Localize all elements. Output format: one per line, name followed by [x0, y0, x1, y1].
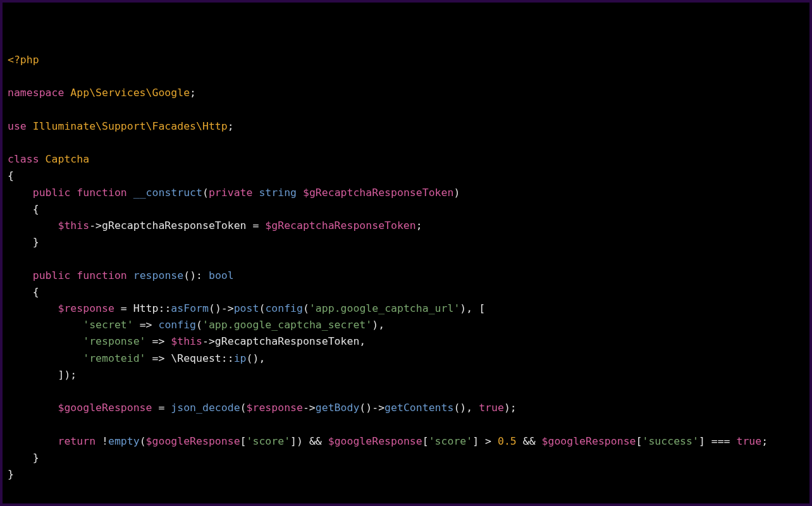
bool-type: bool — [209, 269, 234, 281]
double-colon: :: — [221, 352, 234, 364]
property-access: gRecaptchaResponseToken — [215, 335, 359, 347]
number-literal: 0.5 — [498, 435, 517, 447]
close-paren: ) — [460, 302, 466, 314]
namespace-path: App\Services\Google — [70, 87, 190, 99]
php-open-tag: <?php — [8, 54, 39, 66]
open-paren: ( — [202, 187, 209, 199]
open-paren: ( — [140, 435, 146, 447]
string-type: string — [259, 187, 297, 199]
true-literal: true — [479, 402, 504, 414]
string-literal: 'secret' — [83, 319, 133, 331]
http-class: Http — [133, 302, 159, 314]
comma: , — [259, 352, 265, 364]
comma: , — [466, 302, 472, 314]
close-brace: } — [33, 236, 39, 248]
equals-operator: = — [252, 219, 259, 231]
semicolon: ; — [70, 369, 77, 381]
empty-function: empty — [108, 435, 140, 447]
config-function: config — [158, 319, 196, 331]
response-variable: $response — [58, 302, 114, 314]
double-colon: :: — [158, 302, 171, 314]
string-literal: 'app.google_captcha_url' — [309, 302, 460, 314]
param-variable: $gRecaptchaResponseToken — [303, 187, 453, 199]
open-paren: ( — [359, 402, 366, 414]
function-keyword: function — [77, 187, 126, 199]
equals-operator: = — [158, 402, 164, 414]
asform-method: asForm — [171, 302, 209, 314]
this-variable: $this — [58, 219, 89, 231]
open-brace: { — [33, 203, 39, 215]
string-literal: 'success' — [642, 435, 698, 447]
string-literal: 'response' — [83, 335, 145, 347]
public-keyword: public — [33, 187, 71, 199]
use-keyword: use — [8, 120, 27, 132]
close-bracket: ] — [290, 435, 297, 447]
google-response-variable: $googleResponse — [58, 402, 152, 414]
variable: $gRecaptchaResponseToken — [265, 219, 415, 231]
comma: , — [378, 319, 384, 331]
equals-operator: = — [121, 302, 127, 314]
open-brace: { — [8, 170, 14, 182]
public-keyword: public — [33, 269, 71, 281]
and-operator: && — [309, 435, 322, 447]
open-bracket: [ — [240, 435, 247, 447]
string-literal: 'score' — [429, 435, 473, 447]
post-method: post — [234, 302, 259, 314]
and-operator: && — [523, 435, 536, 447]
gt-operator: > — [485, 435, 491, 447]
property-access: gRecaptchaResponseToken — [102, 219, 246, 231]
close-paren: ) — [190, 269, 196, 281]
string-literal: 'app.google_captcha_secret' — [202, 319, 372, 331]
string-literal: 'remoteid' — [83, 352, 145, 364]
close-paren: ) — [366, 402, 372, 414]
open-bracket: [ — [422, 435, 429, 447]
arrow-operator: -> — [202, 335, 215, 347]
colon: : — [196, 269, 202, 281]
getbody-method: getBody — [316, 402, 360, 414]
semicolon: ; — [416, 219, 422, 231]
open-brace: { — [33, 286, 39, 298]
json-decode-function: json_decode — [171, 402, 240, 414]
open-paren: ( — [259, 302, 265, 314]
close-paren: ) — [460, 402, 466, 414]
close-paren: ) — [297, 435, 303, 447]
triple-equals-operator: === — [711, 435, 730, 447]
this-variable: $this — [171, 335, 202, 347]
code-block: <?php namespace App\Services\Google; use… — [3, 3, 809, 483]
comma: , — [359, 335, 366, 347]
open-paren: ( — [247, 352, 253, 364]
close-paren: ) — [453, 187, 460, 199]
getcontents-method: getContents — [384, 402, 453, 414]
fat-arrow-operator: => — [152, 352, 165, 364]
close-bracket: ] — [58, 369, 64, 381]
google-response-variable: $googleResponse — [542, 435, 636, 447]
class-keyword: class — [8, 153, 39, 165]
close-paren: ) — [252, 352, 259, 364]
arrow-operator: -> — [372, 402, 384, 414]
open-bracket: [ — [479, 302, 485, 314]
function-keyword: function — [77, 269, 126, 281]
true-literal: true — [737, 435, 762, 447]
ip-method: ip — [234, 352, 247, 364]
semicolon: ; — [190, 87, 196, 99]
response-method: response — [133, 269, 183, 281]
close-paren: ) — [64, 369, 70, 381]
semicolon: ; — [510, 402, 517, 414]
open-bracket: [ — [636, 435, 643, 447]
namespace-keyword: namespace — [8, 87, 64, 99]
google-response-variable: $googleResponse — [328, 435, 422, 447]
close-paren: ) — [215, 302, 221, 314]
class-name: Captcha — [46, 153, 90, 165]
close-brace: } — [33, 452, 39, 464]
open-paren: ( — [453, 402, 460, 414]
comma: , — [466, 402, 472, 414]
open-paren: ( — [240, 402, 247, 414]
use-path: Illuminate\Support\Facades\Http — [33, 120, 228, 132]
construct-method: __construct — [133, 187, 202, 199]
open-paren: ( — [196, 319, 202, 331]
request-class: \Request — [171, 352, 221, 364]
close-brace: } — [8, 468, 14, 480]
return-keyword: return — [58, 435, 95, 447]
not-operator: ! — [102, 435, 108, 447]
response-variable: $response — [247, 402, 303, 414]
